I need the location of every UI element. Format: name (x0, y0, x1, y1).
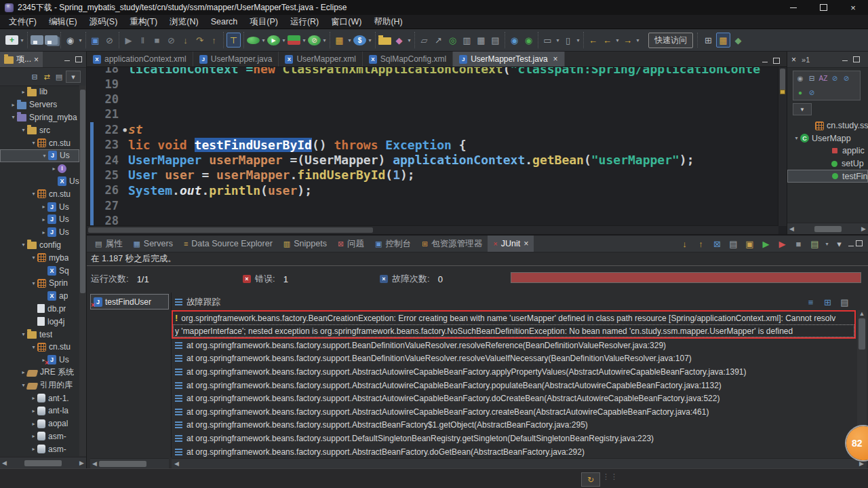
dropdown-arrow-icon[interactable]: ▾ (301, 37, 307, 43)
collapsed-arrow-icon[interactable]: ▸ (40, 229, 47, 236)
dropdown-arrow-icon[interactable]: ▾ (281, 37, 287, 43)
scroll-left-icon[interactable]: ◀ (174, 460, 179, 467)
trace-line[interactable]: at org.springframework.beans.factory.sup… (172, 419, 856, 432)
menu-item[interactable]: 浏览(N) (163, 16, 204, 28)
user-profile-icon[interactable]: ◉ (64, 33, 77, 47)
quick-access-button[interactable]: 快速访问 (648, 33, 693, 48)
code-line[interactable]: 21 (87, 107, 778, 121)
view-tab-问题[interactable]: ⊠问题 (332, 236, 370, 252)
disconnect-icon[interactable]: ⊘ (165, 33, 178, 47)
tree-item[interactable]: ▸lib (0, 86, 79, 98)
dropdown-arrow-icon[interactable]: ▾ (575, 37, 581, 43)
code-line[interactable]: 20 (87, 92, 778, 107)
grid-icon[interactable]: ▤ (489, 33, 502, 47)
tree-item[interactable]: ▾src (0, 124, 79, 136)
hide-fields-icon[interactable]: ⊘ (829, 73, 840, 84)
debug-browser-icon[interactable]: ◉ (522, 33, 535, 47)
tab-project-explorer[interactable]: 项... × (0, 52, 43, 67)
expanded-arrow-icon[interactable]: ▾ (20, 331, 27, 337)
scroll-lock-icon[interactable]: ▣ (743, 237, 756, 250)
tree-item[interactable]: ▾UserMapp (787, 132, 868, 145)
tree-item[interactable]: ▸Us (0, 213, 79, 226)
previous-failed-test-icon[interactable]: ↑ (694, 237, 707, 250)
minimize-view-icon[interactable] (848, 239, 854, 248)
trace-line[interactable]: at org.springframework.beans.factory.sup… (172, 379, 856, 392)
expanded-arrow-icon[interactable]: ▾ (41, 153, 48, 159)
currency-tool-icon[interactable] (353, 35, 366, 45)
tree-item[interactable]: ▾myba (0, 251, 79, 264)
menu-item[interactable]: 项目(P) (243, 16, 284, 28)
focus-icon[interactable]: ◉ (795, 73, 806, 84)
run-junit-test-icon[interactable]: ⊤ (226, 33, 241, 48)
tree-item[interactable]: cn.study.ss (787, 119, 868, 132)
collapse-all-icon[interactable]: ⊟ (29, 71, 40, 82)
menu-item[interactable]: 窗口(W) (325, 16, 368, 28)
view-tab-Snippets[interactable]: ▥Snippets (278, 236, 332, 252)
code-line[interactable]: 24UserMapper userMapper =(UserMapper) ap… (87, 152, 778, 167)
tree-item[interactable]: ▸asm- (0, 430, 79, 443)
collapsed-arrow-icon[interactable]: ▸ (30, 433, 37, 439)
menu-item[interactable]: 编辑(E) (43, 16, 83, 28)
show-skipped-tests-icon[interactable]: ▤ (727, 237, 740, 250)
tree-item[interactable]: ap (0, 290, 79, 303)
scroll-up-icon[interactable]: ▲ (859, 310, 865, 317)
close-explorer-icon[interactable]: × (34, 55, 39, 64)
tree-item[interactable]: ▸ (0, 162, 79, 175)
dropdown-arrow-icon[interactable]: ▾ (406, 37, 412, 43)
code-line[interactable]: 28 (87, 213, 778, 226)
tree-item[interactable]: ▸JRE 系统 (0, 367, 79, 379)
flag-icon[interactable]: ▱ (418, 33, 431, 47)
step-into-icon[interactable]: ↓ (179, 33, 192, 47)
close-window-button[interactable]: × (838, 0, 868, 15)
trace-error-line[interactable]: !org.springframework.beans.factory.BeanC… (173, 312, 854, 324)
trace-line[interactable]: at org.springframework.beans.factory.sup… (172, 445, 856, 457)
pin-icon[interactable]: ▯ (561, 33, 574, 47)
run-last-icon[interactable] (247, 37, 260, 44)
trace-line[interactable]: at org.springframework.beans.factory.sup… (172, 352, 856, 366)
view-menu-icon[interactable]: ▾ (66, 71, 81, 83)
tree-item[interactable]: db.pr (0, 303, 79, 316)
javaee-perspective-icon[interactable]: ▦ (716, 33, 730, 48)
code-editor[interactable]: 18licationContext =new ClassPathXmlAppli… (87, 67, 778, 226)
code-line[interactable]: 27 (87, 198, 778, 213)
collapsed-arrow-icon[interactable]: ▸ (20, 89, 27, 95)
hide-local-types-icon[interactable]: ⊘ (806, 87, 817, 98)
failed-test-item[interactable]: testFindUser (90, 294, 169, 309)
scroll-left-icon[interactable]: ◀ (92, 460, 97, 467)
dropdown-arrow-icon[interactable]: ▾ (635, 37, 641, 43)
scroll-left-icon[interactable]: ◀ (2, 459, 7, 466)
code-line[interactable]: 25User user = userMapper.findUserById(1)… (87, 168, 778, 183)
run-icon[interactable] (267, 35, 280, 45)
code-line[interactable]: 19 (87, 76, 778, 91)
paintbrush-icon[interactable]: ◆ (393, 33, 406, 47)
show-failures-only-icon[interactable]: ⊠ (711, 237, 724, 250)
hide-nonpublic-icon[interactable]: ● (795, 87, 806, 98)
tree-item[interactable]: Us (0, 175, 79, 188)
collapse-all-icon[interactable]: ⊟ (806, 73, 817, 84)
maximize-outline-icon[interactable] (853, 55, 860, 64)
expanded-arrow-icon[interactable]: ▾ (20, 242, 27, 248)
view-tab-属性[interactable]: ▤属性 (90, 236, 127, 252)
maximize-window-button[interactable] (808, 0, 838, 15)
trace-line[interactable]: at org.springframework.beans.factory.sup… (172, 392, 856, 405)
sync-status-icon[interactable]: ↻ (581, 472, 600, 487)
tree-item[interactable]: ▾cn.stu (0, 136, 79, 149)
menu-item[interactable]: 帮助(H) (368, 16, 408, 28)
expanded-arrow-icon[interactable]: ▾ (30, 344, 37, 350)
close-outline-icon[interactable]: × (791, 55, 796, 64)
tree-item[interactable]: ▸Us (0, 200, 79, 213)
tree-item[interactable]: setUp (787, 157, 868, 170)
tree-item[interactable]: applic (787, 145, 868, 157)
scroll-right-icon[interactable]: ▶ (861, 225, 866, 232)
minimize-outline-icon[interactable] (842, 55, 848, 64)
dropdown-arrow-icon[interactable]: ▾ (555, 37, 561, 43)
code-line[interactable]: 18licationContext =new ClassPathXmlAppli… (87, 67, 778, 76)
tree-item[interactable]: ▾Spring_myba (0, 111, 79, 124)
more-views-indicator[interactable]: »1 (802, 56, 810, 64)
dropdown-arrow-icon[interactable]: ▾ (321, 37, 328, 43)
editor-tab[interactable]: XUserMapper.xml (279, 52, 362, 67)
close-view-icon[interactable]: × (524, 239, 528, 248)
maximize-explorer-icon[interactable] (75, 55, 82, 64)
editor-tab[interactable]: JUserMapper.java (193, 52, 279, 67)
minimize-explorer-icon[interactable] (64, 55, 70, 64)
